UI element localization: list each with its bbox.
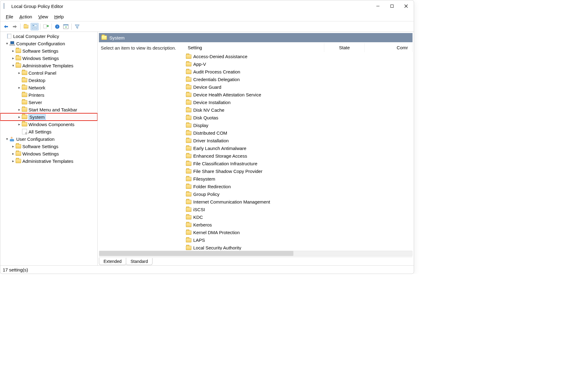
tree-uc-admin-templates[interactable]: ▸Administrative Templates <box>0 157 97 165</box>
col-setting[interactable]: Setting <box>185 43 324 52</box>
list-item[interactable]: App-V <box>185 60 413 68</box>
list-item[interactable]: Kernel DMA Protection <box>185 229 413 236</box>
tree-server[interactable]: ▸Server <box>0 99 97 106</box>
filter-button[interactable] <box>73 23 81 30</box>
status-text: 17 setting(s) <box>3 267 28 272</box>
twist-icon[interactable]: ▸ <box>11 144 16 148</box>
column-headers[interactable]: Setting State Comr <box>185 42 413 53</box>
twist-icon[interactable]: ▸ <box>11 56 16 60</box>
twist-icon[interactable]: ▸ <box>11 49 16 53</box>
folder-icon <box>186 169 191 174</box>
tree-windows-components[interactable]: ▸Windows Components <box>0 121 97 128</box>
tree-network[interactable]: ▸Network <box>0 84 97 91</box>
twist-icon[interactable]: ▸ <box>11 151 16 156</box>
list-item[interactable]: Audit Process Creation <box>185 68 413 76</box>
list-item[interactable]: iSCSI <box>185 206 413 213</box>
toolbar: ? <box>0 21 414 32</box>
tree-user-configuration[interactable]: ▾ User Configuration <box>0 135 97 143</box>
twist-icon[interactable]: ▾ <box>11 63 16 68</box>
properties-button[interactable] <box>31 23 39 30</box>
folder-icon <box>186 131 191 136</box>
twist-icon[interactable]: ▸ <box>17 71 22 75</box>
list-item[interactable]: Disk Quotas <box>185 114 413 122</box>
col-comment[interactable]: Comr <box>365 43 413 52</box>
list-item[interactable]: Local Security Authority <box>185 244 413 250</box>
col-state[interactable]: State <box>324 43 365 52</box>
twist-icon[interactable]: ▸ <box>17 122 22 126</box>
tree-uc-windows-settings[interactable]: ▸Windows Settings <box>0 150 97 157</box>
folder-icon <box>186 238 191 243</box>
tab-standard[interactable]: Standard <box>126 258 153 265</box>
close-button[interactable] <box>399 0 413 12</box>
list-item[interactable]: Internet Communication Management <box>185 198 413 206</box>
list-item[interactable]: Kerberos <box>185 221 413 229</box>
minimize-button[interactable] <box>371 0 385 12</box>
list-item[interactable]: LAPS <box>185 236 413 244</box>
preview-button[interactable] <box>62 23 70 30</box>
tree-cc-windows-settings[interactable]: ▸Windows Settings <box>0 54 97 62</box>
folder-icon <box>16 63 21 68</box>
svg-rect-9 <box>33 28 36 28</box>
export-button[interactable] <box>42 23 50 30</box>
tree-uc-software-settings[interactable]: ▸Software Settings <box>0 143 97 150</box>
list-item-label: Filesystem <box>193 176 215 181</box>
list-item[interactable]: Group Policy <box>185 190 413 198</box>
tree-computer-configuration[interactable]: ▾ Computer Configuration <box>0 40 97 47</box>
tree-all-settings[interactable]: ▸All Settings <box>0 128 97 135</box>
folder-icon <box>186 115 191 120</box>
list-item[interactable]: Early Launch Antimalware <box>185 144 413 152</box>
list-item[interactable]: KDC <box>185 213 413 221</box>
list-item[interactable]: Device Installation <box>185 99 413 106</box>
folder-icon <box>186 146 191 151</box>
tree-cc-admin-templates[interactable]: ▾Administrative Templates <box>0 62 97 69</box>
folder-icon <box>186 54 191 59</box>
menu-view[interactable]: View <box>35 13 51 21</box>
svg-text:?: ? <box>57 25 58 28</box>
horizontal-scrollbar[interactable] <box>99 251 413 256</box>
menu-action[interactable]: Action <box>16 13 35 21</box>
list-item[interactable]: Disk NV Cache <box>185 106 413 114</box>
up-button[interactable] <box>22 23 30 30</box>
tree-control-panel[interactable]: ▸Control Panel <box>0 69 97 77</box>
list-item[interactable]: File Share Shadow Copy Provider <box>185 167 413 175</box>
list-body[interactable]: Access-Denied AssistanceApp-VAudit Proce… <box>185 53 413 250</box>
list-item[interactable]: Device Health Attestation Service <box>185 91 413 99</box>
description-pane: Select an item to view its description. <box>99 42 185 250</box>
forward-button[interactable] <box>11 23 19 30</box>
list-item-label: Internet Communication Management <box>193 199 270 204</box>
tree-system[interactable]: ▸System <box>0 113 97 121</box>
help-button[interactable]: ? <box>53 23 61 30</box>
list-item[interactable]: File Classification Infrastructure <box>185 160 413 167</box>
twist-icon[interactable]: ▸ <box>11 159 16 163</box>
scroll-thumb[interactable] <box>99 251 293 256</box>
back-button[interactable] <box>2 23 10 30</box>
twist-icon[interactable]: ▾ <box>5 41 9 46</box>
tree-pane[interactable]: ▾ Local Computer Policy ▾ Computer Confi… <box>0 32 98 265</box>
tree-desktop[interactable]: ▸Desktop <box>0 77 97 84</box>
tree-cc-software-settings[interactable]: ▸Software Settings <box>0 47 97 54</box>
tree-root[interactable]: ▾ Local Computer Policy <box>0 32 97 40</box>
twist-icon[interactable]: ▸ <box>17 107 22 112</box>
user-icon <box>9 137 15 141</box>
maximize-button[interactable] <box>385 0 399 12</box>
list-item[interactable]: Folder Redirection <box>185 183 413 190</box>
tree-start-menu[interactable]: ▸Start Menu and Taskbar <box>0 106 97 113</box>
list-item[interactable]: Filesystem <box>185 175 413 183</box>
twist-icon[interactable]: ▸ <box>17 115 22 119</box>
twist-icon[interactable]: ▸ <box>17 85 22 90</box>
folder-icon <box>186 215 191 220</box>
list-item[interactable]: Access-Denied Assistance <box>185 53 413 60</box>
menu-file[interactable]: File <box>3 13 16 21</box>
folder-icon <box>22 122 27 127</box>
folder-icon <box>22 92 27 97</box>
list-item[interactable]: Distributed COM <box>185 129 413 137</box>
tree-printers[interactable]: ▸Printers <box>0 91 97 99</box>
menu-help[interactable]: Help <box>51 13 67 21</box>
list-item[interactable]: Credentials Delegation <box>185 76 413 83</box>
list-item[interactable]: Driver Installation <box>185 137 413 144</box>
list-item[interactable]: Display <box>185 122 413 129</box>
tab-extended[interactable]: Extended <box>99 258 126 265</box>
list-item[interactable]: Enhanced Storage Access <box>185 152 413 160</box>
list-item[interactable]: Device Guard <box>185 83 413 91</box>
twist-icon[interactable]: ▾ <box>5 137 9 141</box>
